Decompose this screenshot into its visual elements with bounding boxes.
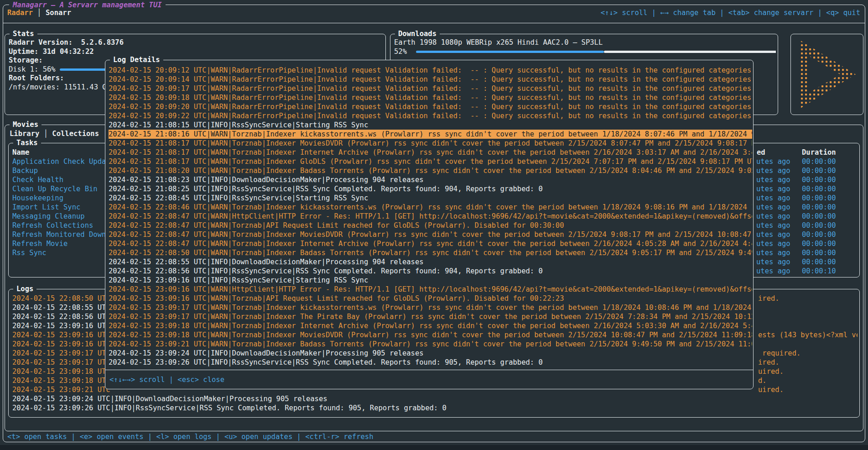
tasks-panel-title: Tasks: [13, 138, 41, 147]
log-detail-line[interactable]: 2024-02-15 21:08:17 UTC|WARN|Torznab|Ind…: [109, 148, 752, 157]
task-executed-value: utes ago: [756, 239, 790, 248]
log-detail-line[interactable]: 2024-02-15 20:09:12 UTC|WARN|RadarrError…: [109, 66, 752, 75]
log-detail-line[interactable]: 2024-02-15 23:09:26 UTC|INFO|RssSyncServ…: [109, 358, 752, 367]
log-detail-line[interactable]: 2024-02-15 23:09:24 UTC|INFO|DownloadDec…: [109, 349, 752, 358]
log-detail-line[interactable]: 2024-02-15 23:09:16 UTC|WARN|HttpClient|…: [109, 285, 752, 294]
log-detail-line[interactable]: 2024-02-15 22:08:47 UTC|WARN|Torznab|API…: [109, 221, 752, 230]
task-executed-value: utes ago: [756, 248, 790, 257]
task-duration-value: 00:00:00: [802, 166, 836, 175]
log-detail-line[interactable]: 2024-02-15 20:09:17 UTC|WARN|RadarrError…: [109, 84, 752, 93]
tasks-col-name: Name: [12, 148, 29, 157]
download-item-title: Earth 1998 1080p WEBRip x265 Hindi AAC2.…: [394, 38, 776, 47]
task-execution-row: utes ago00:00:00: [756, 194, 857, 203]
log-row-right-fragment: uired.: [758, 385, 784, 394]
log-detail-line[interactable]: 2024-02-15 20:09:20 UTC|WARN|RadarrError…: [109, 102, 752, 111]
uptime: Uptime: 31d 04:32:22: [9, 47, 384, 57]
tab-library[interactable]: Library: [10, 130, 39, 138]
log-detail-line[interactable]: 2024-02-15 22:08:47 UTC|WARN|HttpClient|…: [109, 212, 752, 221]
task-duration-value: 00:00:00: [802, 230, 836, 239]
tab-collections[interactable]: Collections: [52, 130, 99, 138]
task-duration-value: 00:00:00: [802, 221, 836, 230]
log-detail-line[interactable]: 2024-02-15 23:09:18 UTC|WARN|Torznab|Ind…: [109, 330, 752, 340]
task-executed-value: utes ago: [756, 203, 790, 212]
tab-sonarr[interactable]: Sonarr: [46, 9, 71, 17]
log-row-right-fragment: ired.: [758, 294, 780, 303]
task-executed-value: utes ago: [756, 175, 790, 184]
log-detail-line[interactable]: 2024-02-15 21:08:17 UTC|WARN|Torznab|Ind…: [109, 139, 752, 148]
tasks-col-duration: Duration: [802, 148, 836, 157]
log-row-left: 2024-02-15 23:09:21 UTC: [12, 386, 110, 394]
log-row[interactable]: 2024-02-15 23:09:26 UTC|INFO|RssSyncServ…: [12, 403, 858, 413]
header-divider: [3, 23, 865, 23]
log-detail-line[interactable]: 2024-02-15 23:09:17 UTC|WARN|Torznab|Ind…: [109, 312, 752, 321]
task-duration-value: 00:00:00: [802, 194, 836, 203]
log-row-left: 2024-02-15 23:09:18 UTC: [12, 367, 110, 376]
log-row-left: 2024-02-15 23:09:26 UTC|INFO|RssSyncServ…: [12, 404, 447, 412]
task-duration-value: 00:00:00: [802, 239, 836, 248]
log-detail-line[interactable]: 2024-02-15 22:08:55 UTC|INFO|DownloadDec…: [109, 257, 752, 267]
task-executed-value: utes ago: [756, 184, 790, 194]
terminal-edge: [0, 445, 868, 450]
log-detail-line[interactable]: 2024-02-15 21:08:25 UTC|INFO|RssSyncServ…: [109, 184, 752, 194]
log-detail-line[interactable]: 2024-02-15 22:08:46 UTC|WARN|Torznab|Ind…: [109, 203, 752, 212]
log-row-right-fragment: required.: [758, 349, 800, 358]
movies-panel-title: Movies: [10, 120, 42, 129]
top-keybinds: <↑↓> scroll | ←→ change tab | <tab> chan…: [601, 8, 860, 17]
task-execution-row: utes ago00:00:00: [756, 157, 857, 166]
task-executed-value: utes ago: [756, 230, 790, 239]
tab-separator: [33, 9, 37, 17]
task-execution-row: utes ago00:00:00: [756, 248, 857, 257]
log-detail-line[interactable]: 2024-02-15 20:09:18 UTC|WARN|RadarrError…: [109, 93, 752, 102]
task-executed-value: utes ago: [756, 257, 790, 267]
log-details-title: Log Details: [110, 55, 163, 64]
managarr-logo-icon: [793, 36, 861, 113]
log-detail-line[interactable]: 2024-02-15 22:08:45 UTC|INFO|RssSyncServ…: [109, 194, 752, 203]
log-row-right-fragment: ests (143 bytes)<?xml ver: [758, 330, 858, 340]
modal-footer-divider: [105, 370, 753, 370]
movies-tab-bar: Library │ Collections │: [10, 129, 108, 138]
log-detail-line[interactable]: 2024-02-15 22:08:50 UTC|WARN|Torznab|Ind…: [109, 248, 752, 257]
download-percent: 52%: [394, 47, 407, 56]
log-detail-line[interactable]: 2024-02-15 21:08:17 UTC|WARN|Torznab|Ind…: [109, 157, 752, 166]
download-gauge-rest: [604, 51, 776, 53]
log-detail-line[interactable]: 2024-02-15 21:08:16 UTC|WARN|Torznab|Ind…: [109, 130, 752, 139]
tab-radarr[interactable]: Radarr: [7, 9, 33, 17]
log-detail-line[interactable]: 2024-02-15 23:09:18 UTC|WARN|Torznab|Ind…: [109, 321, 752, 330]
log-row-left: 2024-02-15 23:09:16 UTC: [12, 322, 110, 330]
log-detail-line[interactable]: 2024-02-15 20:09:22 UTC|WARN|RadarrError…: [109, 111, 752, 120]
task-executed-value: utes ago: [756, 267, 790, 276]
log-detail-line[interactable]: 2024-02-15 22:08:47 UTC|WARN|Torznab|Ind…: [109, 239, 752, 248]
log-detail-line[interactable]: 2024-02-15 22:08:47 UTC|WARN|Torznab|Ind…: [109, 230, 752, 239]
task-executed-value: utes ago: [756, 212, 790, 221]
log-row-left: 2024-02-15 23:09:18 UTC: [12, 377, 110, 385]
log-detail-line[interactable]: 2024-02-15 22:08:56 UTC|INFO|RssSyncServ…: [109, 267, 752, 276]
log-detail-line[interactable]: 2024-02-15 23:09:16 UTC|WARN|Torznab|API…: [109, 294, 752, 303]
log-detail-line[interactable]: 2024-02-15 20:09:14 UTC|WARN|RadarrError…: [109, 75, 752, 84]
log-detail-line[interactable]: 2024-02-15 21:08:15 UTC|INFO|RssSyncServ…: [109, 120, 752, 130]
log-detail-line[interactable]: 2024-02-15 23:09:21 UTC|WARN|Torznab|Ind…: [109, 340, 752, 349]
task-duration-value: 00:00:00: [802, 184, 836, 194]
task-execution-row: utes ago00:00:00: [756, 203, 857, 212]
task-executed-value: utes ago: [756, 166, 790, 175]
task-executed-value: utes ago: [756, 157, 790, 166]
log-row-left: 2024-02-15 22:08:55 UTC: [12, 303, 110, 312]
log-detail-line[interactable]: 2024-02-15 23:09:17 UTC|WARN|Torznab|Ind…: [109, 303, 752, 312]
task-executed-value: utes ago: [756, 194, 790, 203]
log-detail-line[interactable]: 2024-02-15 21:08:20 UTC|WARN|Torznab|Ind…: [109, 166, 752, 175]
task-execution-row: utes ago00:00:00: [756, 166, 857, 175]
log-detail-line[interactable]: 2024-02-15 21:08:23 UTC|INFO|DownloadDec…: [109, 175, 752, 184]
downloads-panel-title: Downloads: [395, 29, 440, 38]
log-row-right-fragment: d.: [758, 376, 767, 385]
logo-panel: [790, 34, 863, 115]
log-row-left: 2024-02-15 22:08:50 UTC: [12, 294, 110, 303]
log-row[interactable]: 2024-02-15 23:09:24 UTC|INFO|DownloadDec…: [12, 394, 858, 403]
log-detail-line[interactable]: 2024-02-15 23:09:16 UTC|INFO|RssSyncServ…: [109, 276, 752, 285]
log-details-list: 2024-02-15 20:09:12 UTC|WARN|RadarrError…: [109, 66, 752, 367]
bottom-keybinds: <t> open tasks | <e> open events | <l> o…: [7, 432, 374, 441]
log-row-left: 2024-02-15 23:09:17 UTC: [12, 358, 110, 366]
task-duration-value: 00:00:00: [802, 157, 836, 166]
task-execution-row: utes ago00:00:00: [756, 175, 857, 184]
log-row-right-fragment: uired.: [758, 367, 784, 376]
task-duration-value: 00:00:00: [802, 257, 836, 267]
log-details-modal: Log Details 2024-02-15 20:09:12 UTC|WARN…: [105, 60, 754, 389]
